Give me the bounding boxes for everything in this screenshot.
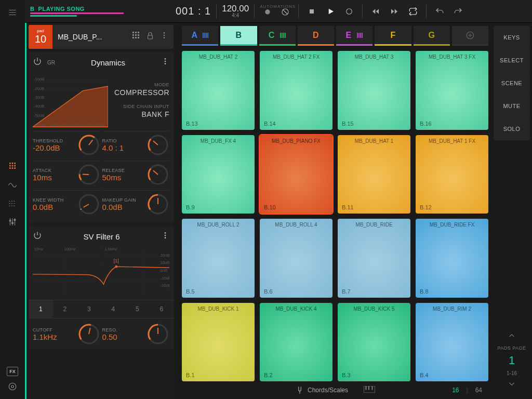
pad-B-11[interactable]: MB_DUB_HAT 1B.11 <box>338 135 410 214</box>
page-down-icon[interactable] <box>507 379 516 391</box>
filter-tab-5[interactable]: 5 <box>125 300 150 318</box>
svg-rect-21 <box>132 34 134 36</box>
bank-tab-C[interactable]: C <box>259 26 296 46</box>
tempo[interactable]: 120.00 4:4 <box>222 4 249 18</box>
pad-number-badge[interactable]: pad 10 <box>29 25 52 49</box>
pad-B-16[interactable]: MB_DUB_HAT 3 FXB.16 <box>416 51 488 130</box>
svg-text:10Hz: 10Hz <box>34 247 43 251</box>
bank-tab-D[interactable]: D <box>298 26 334 46</box>
bank-tab-B[interactable]: B <box>220 26 257 46</box>
page-up-icon[interactable] <box>507 331 516 342</box>
svg-point-33 <box>165 63 166 64</box>
mode-keys-button[interactable]: KEYS <box>494 26 530 49</box>
song-info[interactable]: B PLAYING SONG <box>30 6 144 17</box>
bank-tab-G[interactable]: G <box>414 26 450 46</box>
bank-tab-E[interactable]: E <box>336 26 373 46</box>
svg-point-14 <box>265 9 270 14</box>
pad-B-10[interactable]: MB_DUB_PIANO FXB.10 <box>260 135 332 214</box>
filter-tab-2[interactable]: 2 <box>53 300 77 318</box>
mode-scene-button[interactable]: SCENE <box>494 72 530 95</box>
pad-B-6[interactable]: MB_DUB_ROLL 4B.6 <box>260 219 332 298</box>
svg-rect-98 <box>362 33 363 38</box>
stop-button[interactable] <box>304 4 320 19</box>
svg-point-64 <box>165 237 166 238</box>
power-icon[interactable] <box>33 231 42 242</box>
svg-rect-89 <box>206 33 207 38</box>
filter-tab-1[interactable]: 1 <box>29 300 53 318</box>
knob-reso[interactable]: RESO.0.50 <box>102 321 170 348</box>
pad-B-15[interactable]: MB_DUB_HAT 3B.15 <box>338 51 410 130</box>
pad-B-14[interactable]: MB_DUB_HAT 2 FXB.14 <box>260 51 332 130</box>
pad-B-7[interactable]: MB_DUB_RIDEB.7 <box>338 219 410 298</box>
automation-view-icon[interactable] <box>4 176 21 193</box>
inspector-panel: pad 10 MB_DUB_P... GR Dynamics <box>25 23 176 399</box>
pad-B-1[interactable]: MB_DUB_KICK 1B.1 <box>182 303 255 382</box>
bank-tabs: A BC DE FG <box>182 26 488 46</box>
menu-icon[interactable] <box>4 4 21 21</box>
step-view-icon[interactable] <box>4 195 21 211</box>
svg-rect-101 <box>365 386 366 390</box>
filter-tab-4[interactable]: 4 <box>101 300 126 318</box>
bank-tab-F[interactable]: F <box>375 26 411 46</box>
record-button[interactable] <box>341 4 357 19</box>
keyboard-icon[interactable] <box>364 386 375 394</box>
undo-button[interactable] <box>432 4 447 19</box>
pad-B-12[interactable]: MB_DUB_HAT 1 FXB.12 <box>416 135 488 214</box>
mode-mute-button[interactable]: MUTE <box>494 95 530 117</box>
svg-rect-8 <box>14 167 16 169</box>
pad-B-3[interactable]: MB_DUB_KICK 5B.3 <box>338 303 410 382</box>
mode-select-button[interactable]: SELECT <box>494 49 530 72</box>
bank-tab-A[interactable]: A <box>182 26 218 46</box>
pad-B-13[interactable]: MB_DUB_HAT 2B.13 <box>182 51 255 130</box>
svg-rect-0 <box>9 163 11 164</box>
pad-B-8[interactable]: MB_DUB_RIDE FXB.8 <box>416 219 488 298</box>
fx-more-icon[interactable] <box>161 231 169 242</box>
play-button[interactable] <box>323 4 338 19</box>
lock-icon[interactable] <box>145 31 155 43</box>
mixer-view-icon[interactable] <box>4 214 21 230</box>
more-icon[interactable] <box>160 31 168 43</box>
pad-B-5[interactable]: MB_DUB_ROLL 2B.5 <box>182 219 255 298</box>
position-counter[interactable]: 001 : 1 <box>176 5 211 17</box>
power-icon[interactable] <box>33 57 42 68</box>
svg-rect-6 <box>9 167 11 169</box>
knob-cutoff[interactable]: CUTOFF1.1kHz <box>33 321 100 348</box>
svg-rect-88 <box>204 33 205 38</box>
svg-text:20dB: 20dB <box>160 253 169 258</box>
svg-rect-95 <box>357 33 358 38</box>
fx-icon[interactable]: FX <box>7 367 18 376</box>
mode-solo-button[interactable]: SOLO <box>494 117 530 140</box>
tuning-fork-icon[interactable]: Chords/Scales <box>295 385 348 395</box>
loop-button[interactable] <box>405 4 421 19</box>
svg-point-13 <box>11 385 14 388</box>
filter-tab-6[interactable]: 6 <box>150 300 174 318</box>
filter-graph[interactable]: 10Hz 100Hz 1.0kHz 20dB 10dB 0dB -10dB -2… <box>33 246 169 298</box>
rewind-button[interactable] <box>368 4 383 19</box>
grid-icon[interactable] <box>132 31 140 43</box>
pad-count-total[interactable]: 64 <box>475 387 482 394</box>
bank-add-button[interactable] <box>452 26 488 46</box>
svg-point-9 <box>9 220 11 221</box>
pad-B-2[interactable]: MB_DUB_KICK 4B.2 <box>260 303 332 382</box>
svg-point-17 <box>347 8 352 14</box>
pad-B-4[interactable]: MB_DUB_RIM 2B.4 <box>416 303 488 382</box>
mode-value[interactable]: COMPRESSOR <box>112 88 169 97</box>
pad-name[interactable]: MB_DUB_P... <box>52 33 132 41</box>
knob-attack[interactable]: ATTACK10ms <box>33 161 100 188</box>
fx-more-icon[interactable] <box>161 57 169 68</box>
timesig-value: 4:4 <box>232 13 239 18</box>
knob-knee-width[interactable]: KNEE WIDTH0.0dB <box>33 190 100 218</box>
pads-view-icon[interactable] <box>4 157 21 174</box>
knob-ratio[interactable]: RATIO4.0 : 1 <box>102 131 170 158</box>
settings-icon[interactable] <box>4 378 21 395</box>
sidechain-value[interactable]: BANK F <box>112 110 169 118</box>
knob-release[interactable]: RELEASE50ms <box>102 161 170 188</box>
pad-B-9[interactable]: MB_DUB_FX 4B.9 <box>182 135 255 214</box>
knob-makeup-gain[interactable]: MAKEUP GAIN0.0dB <box>102 190 170 218</box>
filter-tab-3[interactable]: 3 <box>77 300 101 318</box>
dynamics-graph[interactable]: -10dB -20dB -30dB -40dB -50dB -60dB -50d… <box>33 72 108 129</box>
pad-count-active[interactable]: 16 <box>452 387 459 394</box>
knob-threshold[interactable]: THRESHOLD-20.0dB <box>33 131 100 158</box>
forward-button[interactable] <box>387 4 402 19</box>
redo-button[interactable] <box>450 4 466 19</box>
